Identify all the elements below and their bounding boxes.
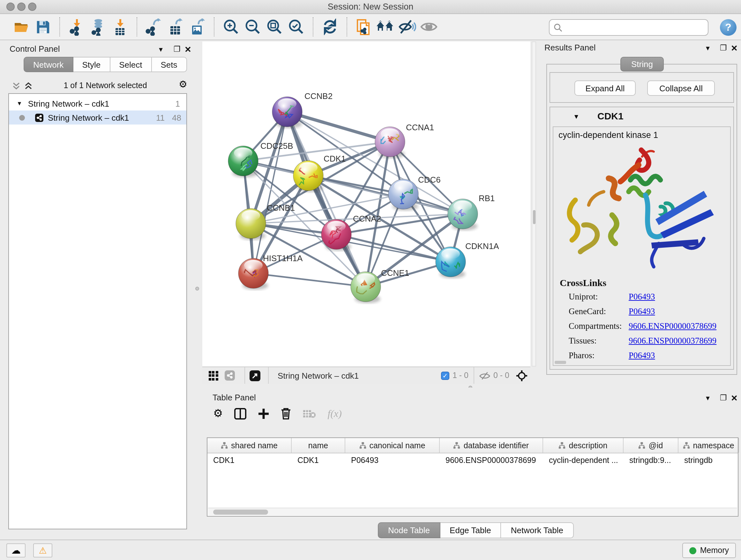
tab-sets[interactable]: Sets — [151, 57, 187, 72]
show-columns-icon[interactable] — [234, 408, 247, 419]
collapse-all-button[interactable]: Collapse All — [647, 80, 715, 96]
import-network-file-icon[interactable] — [66, 16, 87, 38]
add-column-icon[interactable] — [258, 408, 270, 419]
open-file-icon[interactable] — [10, 16, 32, 38]
export-network-icon[interactable] — [143, 16, 165, 38]
clone-network-icon[interactable] — [353, 16, 375, 38]
export-image-icon[interactable] — [186, 16, 208, 38]
float-panel-icon[interactable]: ❐ — [720, 393, 727, 402]
expand-all-icon[interactable] — [24, 81, 32, 92]
column-header[interactable]: namespace — [678, 438, 739, 453]
svg-text:CDC6: CDC6 — [418, 175, 441, 185]
crosslink-label: Pharos: — [569, 351, 595, 361]
crosslink-link[interactable]: P06493 — [629, 292, 655, 302]
collection-expander-icon[interactable]: ▼ — [17, 100, 22, 107]
canvas-vertical-scrollbar[interactable] — [532, 42, 536, 367]
table-cell[interactable]: cyclin-dependent ... — [543, 453, 623, 468]
table-cell[interactable]: stringdb:9... — [623, 453, 678, 468]
crosslink-link[interactable]: P06493 — [629, 307, 655, 317]
tab-network-table[interactable]: Network Table — [501, 522, 574, 538]
gene-detail-box: cyclin-dependent kinase 1 — [553, 126, 731, 366]
expand-all-button[interactable]: Expand All — [575, 80, 636, 96]
crosslink-link[interactable]: P06493 — [629, 351, 655, 361]
delete-column-icon[interactable] — [281, 408, 291, 420]
search-box[interactable] — [549, 19, 709, 36]
table-horizontal-scrollbar[interactable] — [208, 508, 737, 515]
gene-expander-icon[interactable]: ▼ — [573, 113, 580, 120]
column-header[interactable]: shared name — [207, 438, 292, 453]
string-network-graph[interactable]: CCNB2CCNA1CDC25BCDK1CDC6RB1CCNB1CCNA2CDK… — [202, 42, 530, 367]
warnings-button[interactable]: ⚠ — [33, 543, 52, 557]
tab-node-table[interactable]: Node Table — [378, 522, 440, 538]
svg-text:HIST1H1A: HIST1H1A — [263, 253, 303, 263]
zoom-selected-icon[interactable] — [285, 16, 307, 38]
column-header[interactable]: @id — [623, 438, 678, 453]
function-builder-icon[interactable]: f(x) — [328, 408, 342, 419]
left-splitter-handle[interactable] — [195, 287, 199, 291]
float-panel-icon[interactable]: ❐ — [720, 44, 727, 52]
column-header[interactable]: database identifier — [440, 438, 543, 453]
table-row[interactable]: CDK1CDK1P064939606.ENSP00000378699cyclin… — [207, 453, 738, 468]
hide-graphics-details-icon[interactable] — [396, 16, 418, 38]
export-table-icon[interactable] — [165, 16, 186, 38]
table-settings-gear-icon[interactable]: ⚙ — [213, 407, 223, 420]
selected-checkbox-icon: ✓ — [441, 371, 449, 380]
column-header[interactable]: canonical name — [345, 438, 440, 453]
column-header[interactable]: name — [292, 438, 345, 453]
collapse-all-icon[interactable] — [12, 81, 20, 92]
panel-menu-icon[interactable]: ▼ — [158, 46, 164, 53]
tab-select[interactable]: Select — [110, 57, 151, 72]
close-panel-icon[interactable]: ✕ — [185, 45, 192, 54]
gene-section: ▼ CDK1 cyclin-dependent kinase 1 — [549, 107, 734, 370]
cloud-button[interactable]: ☁ — [6, 543, 25, 557]
import-table-icon[interactable] — [109, 16, 131, 38]
houses-icon[interactable] — [375, 16, 396, 38]
network-options-gear-icon[interactable]: ⚙ — [179, 78, 187, 90]
birds-eye-view-icon[interactable] — [245, 368, 264, 383]
node-table: shared namenamecanonical namedatabase id… — [207, 437, 738, 516]
network-collection-row[interactable]: ▼ String Network – cdk1 1 — [9, 97, 186, 111]
network-view-title: String Network – cdk1 — [278, 371, 359, 380]
memory-button[interactable]: Memory — [682, 543, 736, 558]
table-header-row[interactable]: shared namenamecanonical namedatabase id… — [207, 438, 738, 453]
crosslink-label: Tissues: — [569, 336, 597, 346]
zoom-in-icon[interactable] — [220, 16, 242, 38]
grid-view-icon[interactable] — [205, 368, 221, 383]
svg-text:CCNB1: CCNB1 — [267, 203, 295, 212]
zoom-out-icon[interactable] — [242, 16, 264, 38]
crosslink-link[interactable]: 9606.ENSP00000378699 — [629, 336, 717, 346]
close-panel-icon[interactable]: ✕ — [731, 44, 738, 53]
table-cell[interactable]: 9606.ENSP00000378699 — [440, 453, 543, 468]
string-results-box: Expand All Collapse All ▼ CDK1 cyclin-de… — [546, 64, 737, 375]
float-panel-icon[interactable]: ❐ — [174, 45, 181, 54]
mini-scrollbar[interactable] — [555, 361, 566, 364]
crosshair-icon[interactable] — [513, 368, 530, 383]
table-panel: Table Panel ▼ ❐ ✕ ⚙ f(x) shared namename… — [204, 388, 741, 540]
tab-style[interactable]: Style — [73, 57, 110, 72]
close-panel-icon[interactable]: ✕ — [731, 393, 738, 403]
zoom-fit-icon[interactable] — [264, 16, 285, 38]
import-network-database-icon[interactable] — [87, 16, 109, 38]
crosslink-link[interactable]: 9606.ENSP00000378699 — [629, 321, 717, 331]
table-cell[interactable]: CDK1 — [292, 453, 345, 468]
table-cell[interactable]: stringdb — [678, 453, 739, 468]
panel-menu-icon[interactable]: ▼ — [704, 395, 711, 401]
table-cell[interactable]: P06493 — [345, 453, 440, 468]
panel-menu-icon[interactable]: ▼ — [704, 45, 711, 52]
svg-text:CDK1: CDK1 — [324, 154, 346, 164]
show-graphics-details-icon[interactable] — [418, 16, 440, 38]
search-input[interactable] — [563, 22, 697, 33]
network-canvas[interactable]: CCNB2CCNA1CDC25BCDK1CDC6RB1CCNB1CCNA2CDK… — [202, 42, 530, 367]
share-network-icon[interactable] — [221, 368, 238, 383]
table-cell[interactable]: CDK1 — [207, 453, 292, 468]
tab-network[interactable]: Network — [23, 57, 73, 72]
refresh-icon[interactable] — [319, 16, 341, 38]
tab-string[interactable]: String — [620, 57, 664, 71]
hidden-counts: 0 - 0 — [493, 371, 509, 380]
column-header[interactable]: description — [543, 438, 623, 453]
tab-edge-table[interactable]: Edge Table — [440, 522, 501, 538]
save-session-icon[interactable] — [32, 16, 54, 38]
help-button[interactable]: ? — [720, 19, 737, 36]
network-row[interactable]: String Network – cdk1 11 48 — [9, 111, 186, 125]
delete-table-icon[interactable] — [303, 408, 316, 419]
